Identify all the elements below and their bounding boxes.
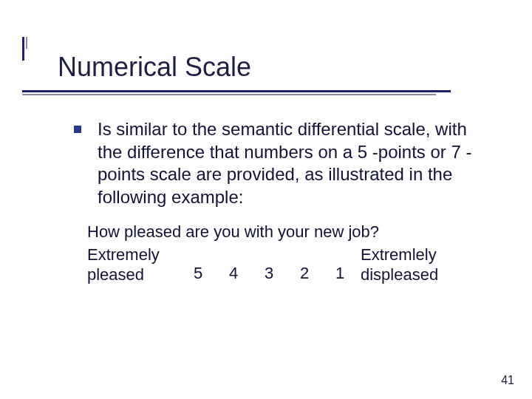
decor-rule-long (22, 90, 451, 92)
decor-rule-short (22, 94, 436, 95)
scale-number-1: 1 (322, 264, 358, 283)
left-anchor-line2: pleased (87, 265, 144, 284)
scale-left-anchor: Extremely pleased (87, 245, 174, 285)
scale-number-4: 4 (216, 264, 251, 283)
example-question: How pleased are you with your new job? (87, 222, 473, 242)
page-number: 41 (501, 374, 514, 387)
scale-row: Extremely pleased 5 4 3 2 1 Extremlely d… (87, 245, 473, 285)
title-wrap: Numerical Scale (58, 52, 251, 83)
right-anchor-line1: Extremlely (361, 245, 437, 264)
right-anchor-line2: displeased (361, 265, 438, 284)
scale-numbers: 5 4 3 2 1 (180, 245, 358, 283)
bullet-text: Is similar to the semantic differential … (98, 118, 473, 209)
slide: Numerical Scale Is similar to the semant… (0, 0, 532, 399)
bullet-row: Is similar to the semantic differential … (74, 118, 473, 209)
scale-number-5: 5 (180, 264, 216, 283)
decor-tick-short (26, 37, 27, 49)
scale-number-3: 3 (251, 264, 287, 283)
square-bullet-icon (74, 126, 81, 133)
slide-title: Numerical Scale (58, 52, 251, 83)
decor-tick-long (22, 37, 24, 61)
left-anchor-line1: Extremely (87, 245, 160, 264)
slide-body: Is similar to the semantic differential … (74, 118, 473, 285)
scale-number-2: 2 (287, 264, 322, 283)
scale-right-anchor: Extremlely displeased (361, 245, 457, 285)
example-block: How pleased are you with your new job? E… (87, 222, 473, 285)
